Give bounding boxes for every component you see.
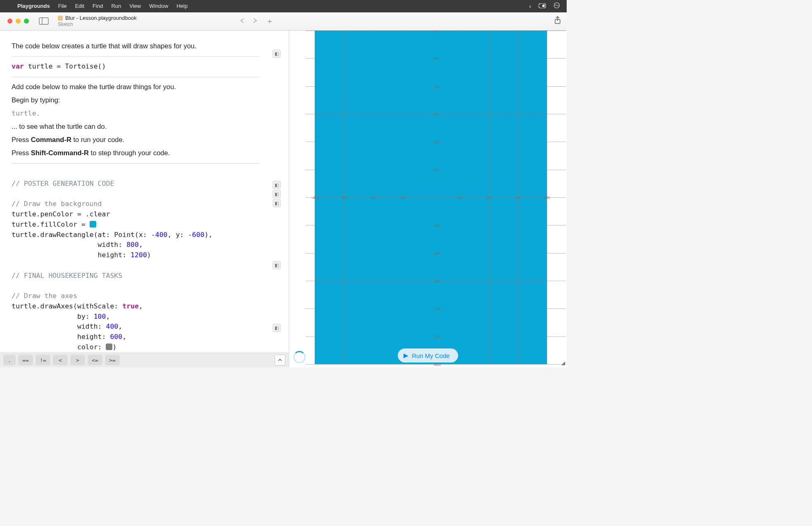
axis-tick-label: -400 — [433, 307, 441, 311]
document-title: Blur - Lesson.playgroundbook — [65, 15, 137, 21]
editor-pane: ◧ ◧ ◧ ◧ ◧ ◧ The code below creates a tur… — [0, 31, 289, 367]
zoom-window-button[interactable] — [24, 19, 29, 24]
window-toolbar: Blur - Lesson.playgroundbook Sketch ＋ — [0, 12, 567, 31]
run-my-code-button[interactable]: ▶ Run My Code — [398, 348, 458, 363]
axis-tick-label: 500 — [433, 57, 439, 61]
code-keyword: var — [12, 62, 24, 70]
minimize-window-button[interactable] — [16, 19, 21, 24]
axis-tick-label: -400 — [311, 196, 319, 200]
back-icon[interactable]: ‹ — [529, 2, 531, 9]
result-cube-icon[interactable]: ◧ — [273, 50, 281, 58]
share-button[interactable] — [554, 16, 561, 26]
document-subtitle: Sketch — [58, 21, 137, 27]
toggle-sidebar-button[interactable] — [39, 17, 49, 25]
svg-rect-3 — [39, 18, 48, 24]
axis-tick-label: 200 — [433, 140, 439, 144]
axis-tick-label: 400 — [433, 85, 439, 89]
axis-tick-label: 600 — [433, 31, 439, 33]
snippet-le[interactable]: <= — [88, 355, 102, 365]
snippet-bar: . == != < > <= >= — [0, 353, 289, 367]
menu-help[interactable]: Help — [172, 3, 192, 9]
menu-view[interactable]: View — [125, 3, 145, 9]
nav-back-icon[interactable] — [240, 18, 245, 25]
code-text: turtle = Tortoise() — [24, 62, 106, 70]
axis-tick-label: 200 — [486, 196, 492, 200]
document-icon — [58, 16, 63, 21]
resize-handle-icon[interactable]: ◢ — [561, 360, 565, 366]
prose-text: Begin by typing: — [12, 95, 259, 105]
menu-edit[interactable]: Edit — [71, 3, 88, 9]
axis-tick-label: -600 — [433, 363, 441, 367]
intro-text: The code below creates a turtle that wil… — [12, 41, 259, 51]
axis-tick-label: 100 — [456, 196, 463, 200]
snippet-ge[interactable]: >= — [105, 355, 120, 365]
menu-file[interactable]: File — [54, 3, 71, 9]
axis-tick-label: -500 — [433, 335, 441, 339]
play-icon: ▶ — [404, 352, 408, 359]
app-menu[interactable]: Playgrounds — [13, 3, 54, 9]
axis-tick-label: 400 — [544, 196, 550, 200]
siri-icon[interactable] — [553, 2, 560, 10]
execution-gauge-icon[interactable] — [293, 351, 306, 363]
prose-text: ... to see what the turtle can do. — [12, 122, 259, 132]
color-swatch-blue[interactable] — [90, 221, 96, 227]
add-page-button[interactable]: ＋ — [266, 16, 273, 26]
traffic-lights — [7, 19, 29, 24]
axis-tick-label: -300 — [433, 279, 441, 283]
axis-tick-label: 100 — [433, 168, 439, 172]
axis-tick-label: -200 — [370, 196, 377, 200]
menu-window[interactable]: Window — [145, 3, 172, 9]
axis-tick-label: 300 — [515, 196, 521, 200]
close-window-button[interactable] — [7, 19, 12, 24]
prose-text: Add code below to make the turtle draw t… — [12, 82, 259, 92]
nav-forward-icon[interactable] — [253, 18, 258, 25]
axis-tick-label: -100 — [433, 223, 441, 227]
live-view-pane: -400-300-200-100100200300400600500400300… — [289, 31, 567, 367]
toggle-inspector-button[interactable] — [275, 355, 285, 365]
editor-scroll[interactable]: ◧ ◧ ◧ ◧ ◧ ◧ The code below creates a tur… — [0, 31, 289, 353]
prose-text: Press Command-R to run your code. — [12, 135, 259, 145]
snippet-eq[interactable]: == — [18, 355, 33, 365]
axis-tick-label: -200 — [433, 251, 441, 256]
code-area[interactable]: // POSTER GENERATION CODE // Draw the ba… — [12, 168, 277, 353]
code-hint: turtle. — [12, 109, 40, 117]
menu-find[interactable]: Find — [88, 3, 107, 9]
system-menubar: Playgrounds File Edit Find Run View Wind… — [0, 0, 567, 12]
axis-tick-label: -100 — [399, 196, 406, 200]
prose-text: Press Shift-Command-R to step through yo… — [12, 148, 259, 158]
snippet-dot[interactable]: . — [3, 355, 16, 365]
snippet-neq[interactable]: != — [36, 355, 50, 365]
control-center-icon[interactable] — [539, 2, 546, 9]
menu-run[interactable]: Run — [107, 3, 125, 9]
snippet-gt[interactable]: > — [70, 355, 85, 365]
color-swatch-gray[interactable] — [106, 344, 112, 350]
axis-tick-label: 300 — [433, 112, 439, 116]
run-label: Run My Code — [412, 352, 450, 359]
svg-point-1 — [542, 5, 545, 7]
axis-tick-label: -300 — [340, 196, 348, 200]
snippet-lt[interactable]: < — [53, 355, 68, 365]
canvas-area[interactable]: -400-300-200-100100200300400600500400300… — [289, 31, 567, 367]
